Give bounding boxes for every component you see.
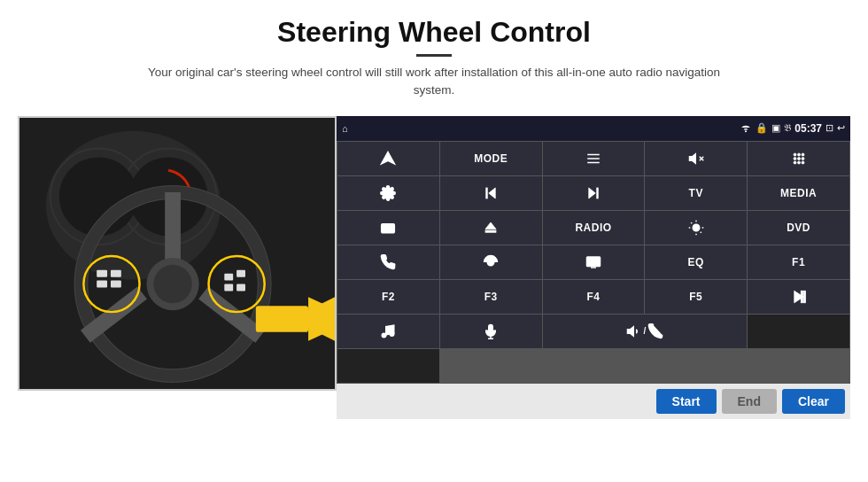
- lock-icon: 🔒: [756, 122, 768, 134]
- next-button[interactable]: [543, 176, 645, 210]
- prev-button[interactable]: [440, 176, 542, 210]
- svg-point-42: [802, 161, 804, 164]
- mode-button[interactable]: MODE: [440, 142, 542, 175]
- dvd-button[interactable]: DVD: [748, 211, 849, 245]
- svg-marker-27: [382, 152, 395, 164]
- page-subtitle: Your original car's steering wheel contr…: [133, 64, 735, 100]
- button-grid: MODE: [337, 141, 850, 384]
- svg-text:360: 360: [384, 227, 391, 231]
- svg-rect-15: [97, 269, 107, 276]
- f5-button[interactable]: F5: [645, 280, 747, 314]
- nav-button[interactable]: [337, 142, 439, 175]
- start-button[interactable]: Start: [656, 389, 717, 414]
- list-button[interactable]: [543, 142, 645, 175]
- eq-button[interactable]: EQ: [645, 245, 747, 279]
- svg-point-39: [802, 157, 804, 159]
- wifi-icon: [740, 122, 752, 135]
- screen-mirror-button[interactable]: [543, 245, 645, 279]
- svg-rect-63: [801, 291, 802, 303]
- bottom-bar: Start End Clear: [337, 384, 850, 419]
- svg-point-38: [797, 157, 800, 159]
- f3-button[interactable]: F3: [440, 280, 542, 314]
- status-time: 05:37: [794, 122, 822, 135]
- apps-button[interactable]: [748, 142, 849, 175]
- brightness-button[interactable]: [645, 211, 747, 245]
- svg-rect-16: [97, 280, 107, 287]
- vol-phone-button[interactable]: /: [543, 315, 748, 348]
- svg-rect-45: [486, 188, 488, 198]
- svg-point-35: [797, 153, 800, 156]
- bluetooth-icon: 𝔅: [784, 122, 791, 134]
- page-container: Steering Wheel Control Your original car…: [0, 0, 868, 482]
- svg-rect-24: [256, 306, 308, 332]
- svg-point-66: [391, 331, 395, 336]
- back-icon: ↩: [837, 122, 845, 134]
- svg-marker-46: [589, 188, 596, 198]
- status-bar: ⌂ 🔒 ▣ 𝔅 05:37 ⊡ ↩: [337, 116, 850, 141]
- sim-icon: ▣: [771, 122, 780, 134]
- playpause-button[interactable]: [748, 280, 849, 314]
- empty-btn-2: [337, 349, 439, 383]
- svg-rect-47: [597, 188, 599, 198]
- mic-button[interactable]: [440, 315, 542, 348]
- svg-marker-31: [689, 153, 695, 163]
- svg-point-12: [153, 264, 191, 302]
- tv-button[interactable]: TV: [645, 176, 747, 210]
- svg-point-41: [797, 161, 800, 164]
- svg-line-55: [691, 222, 692, 223]
- svg-rect-19: [224, 273, 233, 280]
- svg-rect-17: [111, 269, 121, 276]
- cam360-button[interactable]: 360: [337, 211, 439, 245]
- svg-point-36: [802, 153, 804, 156]
- control-panel: ⌂ 🔒 ▣ 𝔅 05:37 ⊡ ↩: [337, 116, 850, 419]
- screen-icon: ⊡: [825, 122, 833, 134]
- clear-button[interactable]: Clear: [782, 389, 845, 414]
- steering-wheel-image: [18, 116, 337, 391]
- svg-line-56: [701, 231, 701, 232]
- svg-point-26: [745, 130, 747, 132]
- settings-button[interactable]: [337, 176, 439, 210]
- title-section: Steering Wheel Control Your original car…: [133, 16, 735, 100]
- status-left: ⌂: [342, 123, 348, 134]
- home-icon: ⌂: [342, 123, 348, 134]
- page-title: Steering Wheel Control: [133, 16, 735, 49]
- svg-marker-50: [485, 222, 496, 229]
- svg-rect-21: [224, 284, 233, 291]
- svg-rect-51: [485, 230, 496, 232]
- title-divider: [416, 54, 452, 57]
- svg-point-65: [383, 333, 387, 338]
- svg-point-37: [794, 157, 796, 159]
- svg-rect-18: [111, 280, 121, 287]
- mute-button[interactable]: [645, 142, 747, 175]
- svg-rect-22: [236, 284, 245, 291]
- music-button[interactable]: [337, 315, 439, 348]
- phone-button[interactable]: [337, 245, 439, 279]
- svg-rect-60: [586, 257, 600, 267]
- eject-button[interactable]: [440, 211, 542, 245]
- empty-btn-1: [748, 315, 849, 348]
- svg-point-34: [794, 153, 796, 156]
- svg-rect-20: [236, 269, 245, 276]
- f2-button[interactable]: F2: [337, 280, 439, 314]
- svg-rect-64: [803, 291, 805, 303]
- end-button[interactable]: End: [722, 389, 777, 414]
- f1-button[interactable]: F1: [748, 245, 849, 279]
- radio-button[interactable]: RADIO: [543, 211, 645, 245]
- svg-point-40: [794, 161, 796, 164]
- status-right: 🔒 ▣ 𝔅 05:37 ⊡ ↩: [740, 122, 845, 135]
- svg-marker-70: [627, 326, 633, 336]
- svg-marker-44: [489, 188, 496, 198]
- f4-button[interactable]: F4: [543, 280, 645, 314]
- svg-point-52: [693, 224, 700, 231]
- media-button[interactable]: MEDIA: [748, 176, 849, 210]
- content-area: ⌂ 🔒 ▣ 𝔅 05:37 ⊡ ↩: [18, 116, 850, 419]
- swipe-button[interactable]: [440, 245, 542, 279]
